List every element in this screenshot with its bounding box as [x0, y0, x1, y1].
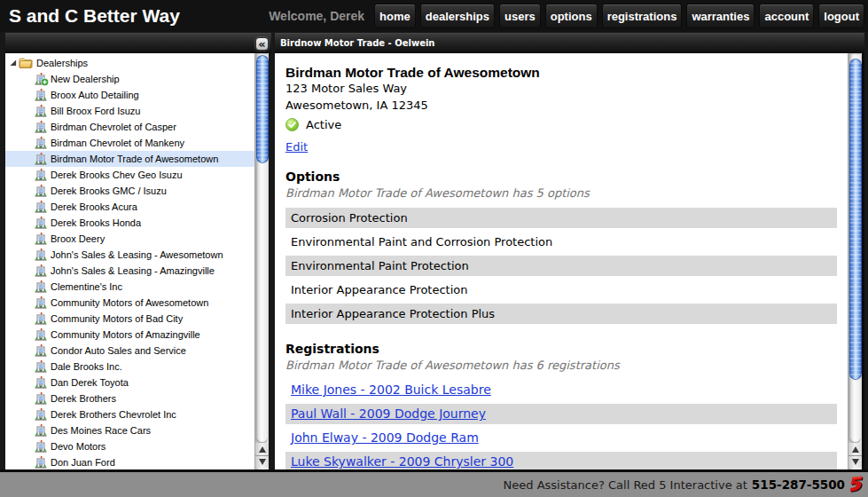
registration-row: Luke Skywalker - 2009 Chrysler 300 [285, 452, 837, 469]
building-icon [35, 312, 47, 325]
dealer-address-line1: 123 Motor Sales Way [285, 80, 837, 97]
building-icon [35, 73, 47, 85]
edit-row: Edit [285, 140, 837, 152]
tree-item-dealership[interactable]: Dan Derek Toyota [5, 375, 254, 390]
status-row: Active [285, 118, 837, 131]
nav-button[interactable]: dealerships [420, 4, 495, 28]
main-nav: homedealershipsusersoptionsregistrations… [374, 0, 864, 28]
expander-icon[interactable] [10, 59, 17, 67]
building-icon [35, 280, 47, 293]
tree-item-dealership[interactable]: Clementine's Inc [5, 279, 254, 295]
tree-item-label: Dale Brooks Inc. [51, 361, 122, 372]
tree-item-dealership[interactable]: Broox Auto Detailing [5, 87, 254, 103]
building-icon [35, 185, 47, 197]
tree-item-dealership[interactable]: John's Sales & Leasing - Awesometown [5, 247, 254, 263]
nav-button[interactable]: registrations [602, 4, 683, 28]
registration-link[interactable]: Mike Jones - 2002 Buick Lesabre [291, 383, 491, 397]
nav-button[interactable]: logout [818, 4, 864, 28]
collapse-sidebar-button[interactable]: « [255, 37, 269, 51]
tree-scrollbar-thumb[interactable] [256, 55, 269, 163]
tree-item-label: Broox Deery [51, 233, 105, 244]
tree-item-dealership[interactable]: Condor Auto Sales and Service [5, 343, 254, 359]
tree-item-label: Derek Brooks Honda [51, 217, 141, 228]
content-scroll-down-button[interactable] [848, 455, 862, 468]
tree-item-label: Bill Broox Ford Isuzu [51, 106, 140, 116]
scroll-up-icon [852, 446, 859, 453]
building-icon [35, 296, 47, 309]
tree-item-dealership[interactable]: Birdman Motor Trade of Awesometown [5, 151, 254, 167]
registration-link[interactable]: Luke Skywalker - 2009 Chrysler 300 [291, 454, 513, 469]
tree-item-dealership[interactable]: Devo Motors [5, 438, 254, 454]
tree-item-label: Community Motors of Bad City [51, 313, 183, 324]
tree-item-label: Derek Brooks Acura [51, 201, 137, 212]
tree-item-dealership[interactable]: Broox Deery [5, 231, 254, 247]
building-icon [35, 264, 47, 277]
tree-item-label: John's Sales & Leasing - Awesometown [51, 249, 223, 260]
dealership-tree: Dealerships [5, 53, 254, 469]
dealer-name: Birdman Motor Trade of Awesometown [285, 65, 837, 80]
tree-item-dealership[interactable]: Community Motors of Bad City [5, 311, 254, 327]
tree-scroll-up-button[interactable] [255, 443, 269, 455]
building-icon [35, 440, 47, 453]
option-row: Corrosion Protection [285, 208, 837, 228]
tree-item-dealership[interactable]: Community Motors of Awesometown [5, 295, 254, 311]
tree-item-dealership[interactable]: Derek Brothers Chevrolet Inc [5, 406, 254, 422]
registrations-heading: Registrations [285, 343, 837, 355]
footer-assistance-text: Need Assistance? Call Red 5 Interactive … [504, 478, 747, 492]
tree-item-dealership[interactable]: John's Sales & Leasing - Amazingville [5, 263, 254, 279]
nav-button[interactable]: home [374, 4, 416, 28]
tree-scrollbar[interactable] [254, 53, 269, 469]
tree-item-label: Community Motors of Amazingville [51, 329, 200, 340]
content-scrollbar-thumb[interactable] [849, 59, 862, 380]
tree-item-dealership[interactable]: Derek Brothers [5, 390, 254, 406]
tree-item-dealership[interactable]: Community Motors of Amazingville [5, 327, 254, 343]
tree-item-label: Derek Brooks GMC / Isuzu [51, 185, 167, 196]
nav-button[interactable]: options [545, 4, 598, 28]
option-row: Environmental Paint and Corrosion Protec… [285, 232, 837, 252]
dealer-content: Birdman Motor Trade of Awesometown 123 M… [275, 53, 848, 469]
building-icon [35, 121, 47, 133]
tree-item-dealership[interactable]: Dale Brooks Inc. [5, 359, 254, 375]
nav-button[interactable]: users [499, 4, 541, 28]
registrations-list: Mike Jones - 2002 Buick LesabrePaul Wall… [285, 380, 837, 469]
dealer-address-line2: Awesometown, IA 12345 [285, 97, 837, 114]
workspace: « Birdnow Motor Trade - Oelwein Dealersh… [0, 32, 868, 469]
tree-item-dealership[interactable]: Birdman Chevrolet of Mankeny [5, 135, 254, 151]
tree-item-dealership[interactable]: Derek Brooks Chev Geo Isuzu [5, 167, 254, 183]
tree-item-dealership[interactable]: Derek Brooks Honda [5, 215, 254, 231]
building-icon [35, 169, 47, 181]
option-row: Interior Appearance Protection [285, 280, 837, 300]
tree-scroll-down-button[interactable] [255, 455, 269, 468]
footer: Need Assistance? Call Red 5 Interactive … [0, 469, 868, 497]
tree-root-dealerships[interactable]: Dealerships [5, 55, 254, 71]
registration-row: Mike Jones - 2002 Buick Lesabre [285, 380, 837, 400]
tree-item-label: Birdman Chevrolet of Mankeny [51, 138, 184, 148]
building-icon [35, 360, 47, 373]
registration-link[interactable]: Paul Wall - 2009 Dodge Journey [291, 406, 486, 421]
tree-item-dealership[interactable]: Bill Broox Ford Isuzu [5, 103, 254, 119]
scroll-down-icon [852, 459, 859, 465]
building-icon [35, 408, 47, 421]
content-scroll-up-button[interactable] [848, 443, 862, 455]
building-icon [35, 201, 47, 213]
edit-link[interactable]: Edit [285, 140, 308, 154]
registration-link[interactable]: John Elway - 2009 Dodge Ram [291, 430, 479, 445]
tree-item-dealership[interactable]: New Dealership [5, 71, 254, 87]
red5-logo [849, 476, 864, 493]
tree-item-dealership[interactable]: Don Juan Ford [5, 454, 254, 469]
content-scrollbar[interactable] [848, 53, 862, 469]
tree-item-dealership[interactable]: Derek Brooks Acura [5, 199, 254, 215]
welcome-text: Welcome, Derek [269, 9, 364, 23]
registration-row: Paul Wall - 2009 Dodge Journey [285, 404, 837, 424]
tree-item-label: John's Sales & Leasing - Amazingville [51, 265, 215, 276]
tree-item-label: Derek Brooks Chev Geo Isuzu [51, 170, 183, 180]
top-bar: S and C Better Way Welcome, Derek homede… [0, 0, 868, 32]
nav-button[interactable]: warranties [686, 4, 755, 28]
nav-button[interactable]: account [759, 4, 814, 28]
tree-item-dealership[interactable]: Birdman Chevrolet of Casper [5, 119, 254, 135]
tree-pane-header: « [5, 33, 271, 53]
tree-item-dealership[interactable]: Derek Brooks GMC / Isuzu [5, 183, 254, 199]
tree-item-dealership[interactable]: Des Moines Race Cars [5, 422, 254, 438]
building-icon [35, 328, 47, 341]
dealership-tree-panel: Dealerships [5, 53, 269, 469]
